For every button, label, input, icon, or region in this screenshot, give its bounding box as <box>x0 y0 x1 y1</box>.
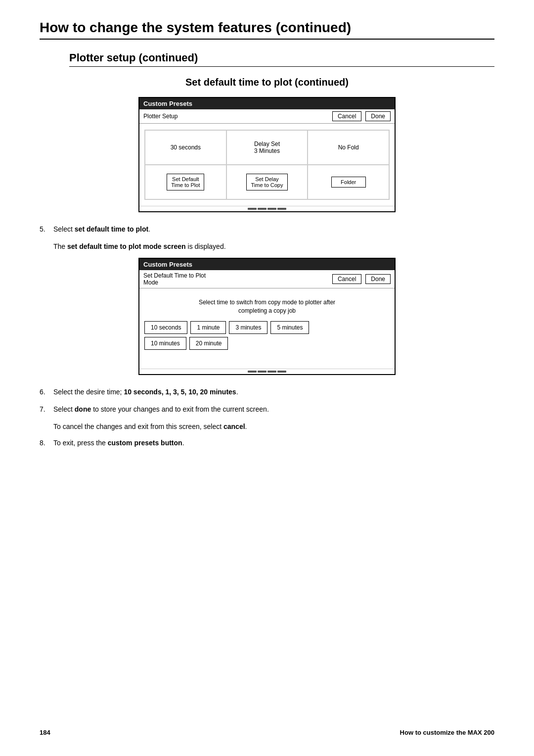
set-delay-time-to-copy-button[interactable]: Set DelayTime to Copy <box>246 174 287 190</box>
panel2-toolbar: Set Default Time to PlotMode Cancel Done <box>139 270 395 288</box>
time-1minute-button[interactable]: 1 minute <box>190 321 226 334</box>
panel2-body: Select time to switch from copy mode to … <box>139 288 395 369</box>
step5-number: 5. <box>40 224 53 235</box>
step8-number: 8. <box>40 438 53 448</box>
step7-number: 7. <box>40 404 53 415</box>
time-10seconds-button[interactable]: 10 seconds <box>144 321 187 334</box>
page-number: 184 <box>40 729 50 736</box>
panel1-cancel-button[interactable]: Cancel <box>332 111 361 121</box>
sub-title: Set default time to plot (continued) <box>40 77 494 88</box>
step7-text: Select done to store your changes and to… <box>53 404 494 415</box>
step6-number: 6. <box>40 387 53 397</box>
panel1-done-button[interactable]: Done <box>365 111 391 121</box>
panel1-grid: 30 seconds Delay Set3 Minutes No Fold Se… <box>144 130 390 200</box>
panel1: Custom Presets Plotter Setup Cancel Done… <box>138 97 396 212</box>
panel1-nofold-label: No Fold <box>338 144 359 151</box>
panel1-delayset-label: Delay Set3 Minutes <box>254 141 280 154</box>
step5-bold: set default time to plot <box>75 225 148 233</box>
panel1-toolbar-title: Plotter Setup <box>143 113 328 120</box>
step7-bold: done <box>75 405 91 413</box>
step5-text: Select set default time to plot. <box>53 224 494 235</box>
panel1-cell-delayset: Delay Set3 Minutes <box>226 130 308 165</box>
panel1-scroll <box>139 206 395 211</box>
panel1-cell-30sec: 30 seconds <box>145 130 226 165</box>
panel2-time-row2: 10 minutes 20 minute <box>144 337 390 350</box>
panel2-cancel-button[interactable]: Cancel <box>332 274 361 284</box>
panel1-cell-setdefault: Set DefaultTime to Plot <box>145 165 226 199</box>
step7-sub: To cancel the changes and exit from this… <box>53 422 494 432</box>
step6-text: Select the desire time; 10 seconds, 1, 3… <box>53 387 494 397</box>
time-20minute-button[interactable]: 20 minute <box>189 337 228 350</box>
page-footer: 184 How to customize the MAX 200 <box>40 729 494 736</box>
time-5minutes-button[interactable]: 5 minutes <box>270 321 309 334</box>
step5-sub-bold: set default time to plot mode screen <box>67 242 186 250</box>
panel1-cell-nofold: No Fold <box>308 130 389 165</box>
set-default-time-to-plot-button[interactable]: Set DefaultTime to Plot <box>167 174 204 190</box>
step7-sub-bold: cancel <box>223 423 245 430</box>
main-title: How to change the system features (conti… <box>40 20 494 40</box>
panel2-time-row1: 10 seconds 1 minute 3 minutes 5 minutes <box>144 321 390 334</box>
step7: 7. Select done to store your changes and… <box>40 404 494 415</box>
panel1-30sec-label: 30 seconds <box>171 144 201 151</box>
panel2-info: Select time to switch from copy mode to … <box>144 298 390 315</box>
footer-right-text: How to customize the MAX 200 <box>400 729 494 736</box>
panel1-cell-setdelay: Set DelayTime to Copy <box>226 165 308 199</box>
panel2-scroll <box>139 369 395 374</box>
step5: 5. Select set default time to plot. <box>40 224 494 235</box>
panel2-header: Custom Presets <box>139 259 395 270</box>
panel1-body: 30 seconds Delay Set3 Minutes No Fold Se… <box>139 124 395 206</box>
step8: 8. To exit, press the custom presets but… <box>40 438 494 448</box>
panel2-done-button[interactable]: Done <box>365 274 391 284</box>
time-10minutes-button[interactable]: 10 minutes <box>144 337 186 350</box>
section-title: Plotter setup (continued) <box>69 51 494 67</box>
panel1-toolbar: Plotter Setup Cancel Done <box>139 109 395 124</box>
folder-button[interactable]: Folder <box>331 177 366 188</box>
step8-bold: custom presets button <box>108 439 182 447</box>
step6-bold: 10 seconds, 1, 3, 5, 10, 20 minutes <box>124 388 236 396</box>
step6: 6. Select the desire time; 10 seconds, 1… <box>40 387 494 397</box>
panel1-header: Custom Presets <box>139 98 395 109</box>
panel2: Custom Presets Set Default Time to PlotM… <box>138 258 396 375</box>
time-3minutes-button[interactable]: 3 minutes <box>229 321 267 334</box>
step5-sub: The set default time to plot mode screen… <box>53 241 494 252</box>
panel1-cell-folder: Folder <box>308 165 389 199</box>
step8-text: To exit, press the custom presets button… <box>53 438 494 448</box>
panel2-toolbar-title: Set Default Time to PlotMode <box>143 272 328 286</box>
